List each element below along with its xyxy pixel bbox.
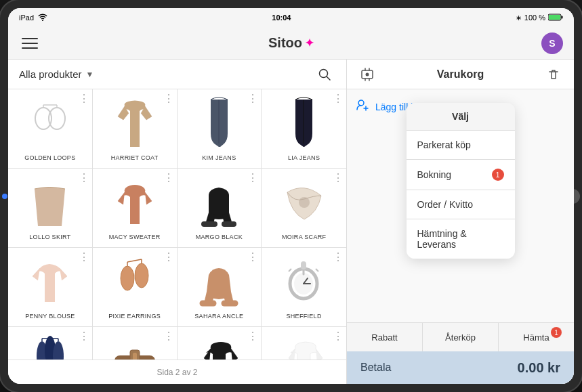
product-item[interactable]: ⋮ MOIRA SCARF xyxy=(262,169,346,247)
more-icon[interactable]: ⋮ xyxy=(79,93,89,104)
logo: Sitoo ✦ xyxy=(268,35,314,51)
more-icon[interactable]: ⋮ xyxy=(333,252,344,263)
user-avatar[interactable]: S xyxy=(541,32,563,54)
more-icon[interactable]: ⋮ xyxy=(163,252,174,263)
ipad-label: iPad xyxy=(19,14,34,22)
more-icon[interactable]: ⋮ xyxy=(79,252,89,263)
product-item[interactable]: ⋮ PENNY BLOUSE xyxy=(8,248,93,326)
scanner-button[interactable] xyxy=(358,65,377,84)
product-item[interactable]: ⋮ HARRIET COAT xyxy=(93,89,178,168)
dropdown-item-order[interactable]: Order / Kvitto xyxy=(407,190,515,219)
status-left: iPad xyxy=(19,14,47,22)
product-image xyxy=(23,255,77,309)
bokning-badge: 1 xyxy=(492,169,504,181)
product-item[interactable]: ⋮ VALERIE STUD xyxy=(262,327,346,360)
main-content: Alla produkter ▼ ⋮ xyxy=(8,60,574,384)
dropdown-item-label: Parkerat köp xyxy=(417,139,471,150)
cart-title: Varukorg xyxy=(437,68,484,81)
menu-button[interactable] xyxy=(19,32,41,54)
dropdown-item-label: Bokning xyxy=(417,169,452,180)
product-image xyxy=(192,175,246,230)
more-icon[interactable]: ⋮ xyxy=(333,173,344,183)
product-image xyxy=(192,96,246,150)
product-row: ⋮ LOLLO SKIRT ⋮ xyxy=(8,169,346,248)
product-item[interactable]: ⋮ LOLLO SKIRT xyxy=(8,169,93,247)
svg-rect-35 xyxy=(133,353,137,360)
product-row: ⋮ GOLDEN LOOPS xyxy=(8,89,346,169)
dropdown-item-label: Order / Kvitto xyxy=(417,199,473,210)
logo-text: Sitoo xyxy=(268,35,302,51)
more-icon[interactable]: ⋮ xyxy=(79,173,89,183)
category-label: Alla produkter xyxy=(19,68,82,80)
product-item[interactable]: ⋮ TOBACCO BELT xyxy=(93,327,178,360)
products-header: Alla produkter ▼ xyxy=(8,60,346,89)
product-name: LIA JEANS xyxy=(288,154,320,161)
tab-label: Rabatt xyxy=(371,332,397,343)
cart-tabs: Rabatt Återköp Hämta 1 xyxy=(347,322,574,351)
tab-aterkop[interactable]: Återköp xyxy=(423,323,499,351)
dropdown-menu: Välj Parkerat köp Bokning 1 Order / Kvit… xyxy=(407,103,515,259)
pay-amount: 0.00 kr xyxy=(518,360,560,376)
tab-rabatt[interactable]: Rabatt xyxy=(347,323,423,351)
bluetooth-icon: ∗ xyxy=(516,14,522,22)
more-icon[interactable]: ⋮ xyxy=(247,331,258,342)
product-item[interactable]: ⋮ MARGO BLACK xyxy=(178,169,262,247)
svg-line-4 xyxy=(327,77,330,80)
product-name: MARGO BLACK xyxy=(196,234,243,240)
svg-point-13 xyxy=(121,266,134,290)
status-right: ∗ 100 % xyxy=(516,14,563,22)
more-icon[interactable]: ⋮ xyxy=(163,173,174,183)
product-item[interactable]: ⋮ PIXIE EARRINGS xyxy=(93,248,178,326)
more-icon[interactable]: ⋮ xyxy=(247,93,258,104)
more-icon[interactable]: ⋮ xyxy=(333,93,344,104)
product-item[interactable]: ⋮ MACY SWEATER xyxy=(93,169,178,247)
page-indicator: Sida 2 av 2 xyxy=(157,368,197,377)
product-item[interactable]: ⋮ LIA JEANS xyxy=(262,89,346,168)
tab-hamta[interactable]: Hämta 1 xyxy=(499,323,574,351)
hamta-badge: 1 xyxy=(551,327,562,338)
product-item[interactable]: ⋮ GOLDEN LOOPS xyxy=(8,89,93,168)
products-grid: ⋮ GOLDEN LOOPS xyxy=(8,89,346,360)
product-name: PENNY BLOUSE xyxy=(25,313,75,320)
search-button[interactable] xyxy=(314,64,335,85)
product-item[interactable]: ⋮ TORI SWEATER xyxy=(178,327,262,360)
dropdown-item-parkerat[interactable]: Parkerat köp xyxy=(407,130,515,159)
product-row: ⋮ PENNY BLOUSE ⋮ xyxy=(8,248,346,327)
chevron-down-icon: ▼ xyxy=(86,70,94,79)
product-item[interactable]: ⋮ SAHARA ANCLE xyxy=(178,248,262,326)
battery-icon xyxy=(548,14,563,22)
dropdown-item-bokning[interactable]: Bokning 1 xyxy=(407,159,515,190)
product-name: MOIRA SCARF xyxy=(282,234,326,240)
top-nav: Sitoo ✦ S xyxy=(8,27,574,60)
more-icon[interactable]: ⋮ xyxy=(247,252,258,263)
product-item[interactable]: ⋮ KIM JEANS xyxy=(178,89,262,168)
svg-rect-1 xyxy=(562,16,563,18)
product-image xyxy=(277,334,331,360)
product-image xyxy=(23,334,77,360)
more-icon[interactable]: ⋮ xyxy=(79,331,89,342)
more-icon[interactable]: ⋮ xyxy=(163,93,174,104)
svg-point-37 xyxy=(366,72,369,76)
svg-line-24 xyxy=(289,269,291,271)
dropdown-item-hamtning[interactable]: Hämtning & Leverans xyxy=(407,219,515,259)
wifi-icon xyxy=(38,14,47,22)
svg-rect-2 xyxy=(549,15,560,20)
more-icon[interactable]: ⋮ xyxy=(163,331,174,342)
product-name: KIM JEANS xyxy=(202,154,236,161)
product-item[interactable]: ⋮ xyxy=(8,327,93,360)
tab-label: Återköp xyxy=(445,332,476,343)
products-footer: Sida 2 av 2 xyxy=(8,360,346,384)
svg-rect-25 xyxy=(301,261,306,269)
more-icon[interactable]: ⋮ xyxy=(333,331,344,342)
pay-bar[interactable]: Betala 0.00 kr xyxy=(347,351,574,384)
dropdown-overlay: Välj Parkerat köp Bokning 1 Order / Kvit… xyxy=(347,89,574,323)
dropdown-item-label: Hämtning & Leverans xyxy=(417,228,504,250)
product-image xyxy=(108,255,162,309)
product-item[interactable]: ⋮ xyxy=(262,248,346,326)
category-selector[interactable]: Alla produkter ▼ xyxy=(19,68,93,80)
product-image xyxy=(192,334,246,360)
product-image xyxy=(277,255,331,309)
svg-line-23 xyxy=(316,269,318,271)
more-icon[interactable]: ⋮ xyxy=(247,173,258,183)
trash-button[interactable] xyxy=(544,65,563,84)
